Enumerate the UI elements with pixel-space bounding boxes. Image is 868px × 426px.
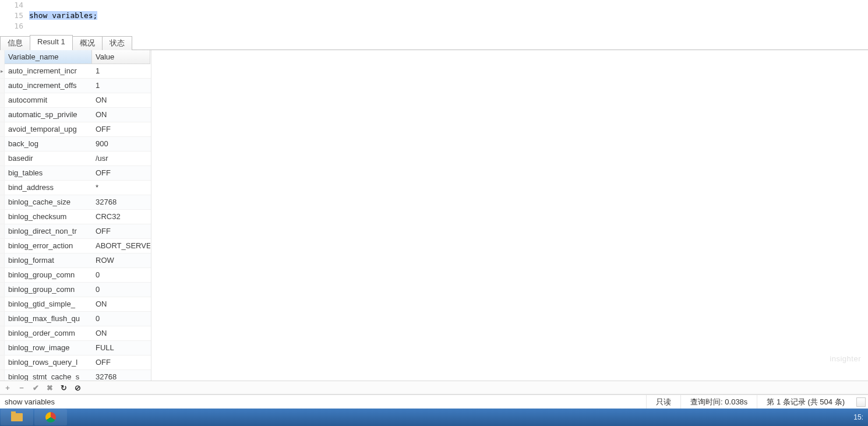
folder-icon (11, 413, 23, 421)
column-header-variable-name[interactable]: Variable_name (5, 50, 92, 64)
cell-variable-name[interactable]: binlog_max_flush_qu (5, 312, 92, 326)
table-row[interactable]: automatic_sp_privileON (0, 108, 151, 122)
tab-profile[interactable]: 概况 (72, 36, 103, 50)
table-row[interactable]: binlog_gtid_simple_ON (0, 297, 151, 312)
cell-variable-name[interactable]: binlog_checksum (5, 210, 92, 224)
cell-variable-name[interactable]: binlog_error_action (5, 239, 92, 253)
cell-value[interactable]: 0 (92, 283, 150, 297)
code-line[interactable]: show variables; (29, 10, 97, 21)
result-grid[interactable]: Variable_name Value ▸auto_increment_incr… (0, 50, 151, 381)
table-row[interactable]: avoid_temporal_upgOFF (0, 122, 151, 137)
cell-value[interactable]: /usr (92, 152, 150, 166)
table-row[interactable]: binlog_rows_query_lOFF (0, 355, 151, 370)
cell-value[interactable]: 1 (92, 64, 150, 78)
table-row[interactable]: binlog_stmt_cache_s32768 (0, 370, 151, 381)
cell-variable-name[interactable]: automatic_sp_privile (5, 108, 92, 122)
cell-value[interactable]: * (92, 181, 150, 195)
cell-variable-name[interactable]: binlog_gtid_simple_ (5, 297, 92, 311)
grid-toolbar: + − ✔ ✖ ↻ ⊘ (0, 381, 868, 395)
selected-text[interactable]: show variables; (29, 11, 97, 20)
table-row[interactable]: binlog_max_flush_qu0 (0, 312, 151, 326)
cell-value[interactable]: ON (92, 108, 150, 122)
cell-value[interactable]: ABORT_SERVE (92, 239, 150, 253)
table-row[interactable]: basedir/usr (0, 152, 151, 166)
table-row[interactable]: binlog_group_comn0 (0, 268, 151, 283)
table-row[interactable]: binlog_error_actionABORT_SERVE (0, 239, 151, 254)
status-time: 查询时间: 0.038s (680, 395, 757, 409)
cell-variable-name[interactable]: binlog_direct_non_tr (5, 224, 92, 238)
cell-value[interactable]: FULL (92, 341, 150, 355)
cell-value[interactable]: 32768 (92, 370, 150, 381)
row-marker (0, 79, 5, 93)
taskbar-chrome[interactable] (34, 409, 67, 425)
cell-variable-name[interactable]: bind_address (5, 181, 92, 195)
table-row[interactable]: binlog_group_comn0 (0, 283, 151, 297)
cell-value[interactable]: 1 (92, 79, 150, 93)
cell-value[interactable]: OFF (92, 224, 150, 238)
row-marker (0, 195, 5, 209)
cell-value[interactable]: OFF (92, 355, 150, 369)
cell-variable-name[interactable]: binlog_rows_query_l (5, 355, 92, 369)
table-row[interactable]: binlog_order_commON (0, 326, 151, 341)
tab-status[interactable]: 状态 (102, 36, 132, 50)
os-taskbar: 15: (0, 409, 868, 426)
remove-row-button[interactable]: − (17, 383, 26, 392)
apply-button[interactable]: ✔ (31, 383, 40, 392)
status-corner-button[interactable] (856, 397, 866, 407)
cell-value[interactable]: 0 (92, 312, 150, 326)
table-row[interactable]: autocommitON (0, 93, 151, 108)
taskbar-explorer[interactable] (1, 409, 33, 425)
cell-variable-name[interactable]: big_tables (5, 166, 92, 180)
refresh-button[interactable]: ↻ (59, 383, 68, 392)
row-marker (0, 152, 5, 166)
cell-variable-name[interactable]: binlog_cache_size (5, 195, 92, 209)
status-record: 第 1 条记录 (共 504 条) (757, 395, 854, 409)
sql-editor[interactable]: 14 15 show variables; 16 (0, 0, 868, 35)
table-row[interactable]: back_log900 (0, 137, 151, 152)
table-row[interactable]: binlog_formatROW (0, 254, 151, 268)
tab-result-1[interactable]: Result 1 (30, 35, 73, 50)
gutter-line-number: 16 (0, 21, 29, 31)
cell-variable-name[interactable]: avoid_temporal_upg (5, 122, 92, 136)
cell-value[interactable]: 32768 (92, 195, 150, 209)
cell-variable-name[interactable]: binlog_row_image (5, 341, 92, 355)
add-row-button[interactable]: + (3, 383, 12, 392)
table-row[interactable]: binlog_row_imageFULL (0, 341, 151, 355)
cell-variable-name[interactable]: binlog_stmt_cache_s (5, 370, 92, 381)
cell-variable-name[interactable]: binlog_group_comn (5, 268, 92, 282)
row-marker (0, 137, 5, 151)
stop-button[interactable]: ⊘ (73, 383, 82, 392)
cell-variable-name[interactable]: binlog_format (5, 254, 92, 267)
cell-value[interactable]: ROW (92, 254, 150, 267)
cell-variable-name[interactable]: autocommit (5, 93, 92, 107)
table-row[interactable]: binlog_cache_size32768 (0, 195, 151, 210)
row-marker-header (0, 50, 5, 64)
cell-variable-name[interactable]: binlog_order_comm (5, 326, 92, 340)
cell-value[interactable]: ON (92, 93, 150, 107)
cell-value[interactable]: OFF (92, 122, 150, 136)
cell-variable-name[interactable]: auto_increment_offs (5, 79, 92, 93)
column-header-value[interactable]: Value (92, 50, 150, 64)
cell-variable-name[interactable]: basedir (5, 152, 92, 166)
table-row[interactable]: auto_increment_offs1 (0, 79, 151, 93)
cell-value[interactable]: OFF (92, 166, 150, 180)
taskbar-clock[interactable]: 15: (853, 413, 863, 421)
table-row[interactable]: binlog_direct_non_trOFF (0, 224, 151, 239)
cell-value[interactable]: CRC32 (92, 210, 150, 224)
cell-variable-name[interactable]: back_log (5, 137, 92, 151)
cell-variable-name[interactable]: auto_increment_incr (5, 64, 92, 78)
table-row[interactable]: big_tablesOFF (0, 166, 151, 181)
cancel-button[interactable]: ✖ (45, 383, 54, 392)
row-marker: ▸ (0, 64, 5, 78)
tab-info[interactable]: 信息 (0, 36, 30, 50)
cell-value[interactable]: 0 (92, 268, 150, 282)
row-marker (0, 254, 5, 267)
cell-variable-name[interactable]: binlog_group_comn (5, 283, 92, 297)
table-row[interactable]: bind_address* (0, 181, 151, 195)
cell-value[interactable]: 900 (92, 137, 150, 151)
row-marker (0, 312, 5, 326)
table-row[interactable]: ▸auto_increment_incr1 (0, 64, 151, 79)
table-row[interactable]: binlog_checksumCRC32 (0, 210, 151, 224)
cell-value[interactable]: ON (92, 297, 150, 311)
cell-value[interactable]: ON (92, 326, 150, 340)
